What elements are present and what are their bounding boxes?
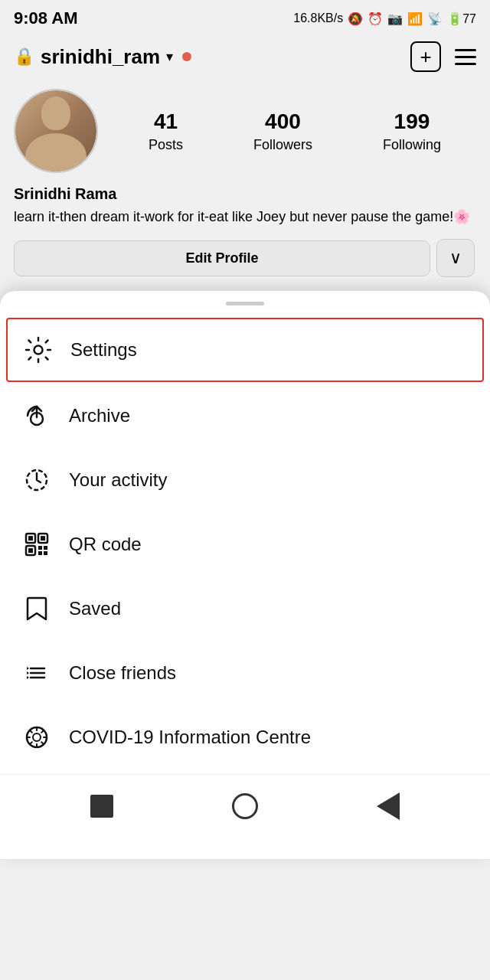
wifi-icon: 📡: [427, 11, 443, 26]
plus-icon: +: [420, 45, 431, 69]
sheet-handle-area: [0, 291, 490, 312]
svg-point-20: [33, 733, 41, 741]
square-icon: [90, 795, 113, 818]
menu-line-3: [455, 63, 476, 65]
covid-icon: [21, 722, 52, 753]
menu-list: Settings Archive: [0, 312, 490, 774]
display-name: Srinidhi Rama: [14, 185, 476, 203]
svg-marker-16: [27, 667, 29, 670]
saved-label: Saved: [69, 598, 121, 619]
menu-line-1: [455, 49, 476, 51]
followers-label: Followers: [253, 137, 312, 153]
following-stat[interactable]: 199 Following: [383, 109, 441, 153]
menu-item-settings[interactable]: Settings: [6, 318, 484, 382]
menu-item-activity[interactable]: Your activity: [0, 448, 490, 512]
network-speed: 16.8KB/s: [293, 11, 343, 25]
svg-rect-9: [38, 546, 42, 550]
profile-section: 41 Posts 400 Followers 199 Following Sri…: [0, 80, 490, 291]
saved-icon: [21, 593, 52, 624]
status-icons: 16.8KB/s 🔕 ⏰ 📷 📶 📡 🔋77: [293, 11, 476, 26]
nav-back-button[interactable]: [83, 787, 121, 825]
qr-icon: [21, 529, 52, 560]
bio: learn it-then dream it-work for it-eat l…: [14, 207, 476, 227]
svg-rect-10: [44, 546, 47, 550]
menu-item-saved[interactable]: Saved: [0, 577, 490, 641]
activity-icon: [21, 465, 52, 495]
menu-item-archive[interactable]: Archive: [0, 384, 490, 448]
qr-label: QR code: [69, 534, 142, 555]
svg-rect-11: [38, 551, 42, 555]
followers-count: 400: [265, 109, 301, 134]
svg-rect-12: [44, 551, 47, 555]
svg-marker-18: [27, 676, 29, 679]
settings-icon: [23, 335, 54, 365]
posts-count: 41: [154, 109, 178, 134]
chevron-down-icon[interactable]: ▾: [166, 48, 173, 65]
covid-label: COVID-19 Information Centre: [69, 727, 311, 748]
battery-icon: 🔋77: [447, 11, 476, 26]
circle-icon: [232, 793, 258, 819]
online-dot: [182, 52, 191, 61]
header-actions: +: [410, 41, 476, 72]
following-label: Following: [383, 137, 441, 153]
lock-icon: 🔒: [14, 47, 34, 67]
nav-home-button[interactable]: [226, 787, 264, 825]
nav-recent-button[interactable]: [369, 787, 407, 825]
bottom-sheet: Settings Archive: [0, 291, 490, 859]
hamburger-menu-button[interactable]: [455, 49, 476, 65]
menu-item-qr[interactable]: QR code: [0, 512, 490, 577]
sheet-handle: [226, 302, 264, 305]
archive-icon: [21, 400, 52, 431]
avatar-image: [15, 90, 96, 172]
chevron-down-icon: ∨: [449, 248, 462, 268]
menu-item-close-friends[interactable]: Close friends: [0, 641, 490, 705]
nav-bar: [0, 774, 490, 844]
followers-stat[interactable]: 400 Followers: [253, 109, 312, 153]
posts-stat[interactable]: 41 Posts: [149, 109, 183, 153]
username-label: srinidhi_ram: [41, 45, 160, 69]
following-count: 199: [394, 109, 430, 134]
photo-icon: 📷: [387, 11, 403, 26]
svg-rect-8: [28, 548, 33, 553]
posts-label: Posts: [149, 137, 183, 153]
username-area: 🔒 srinidhi_ram ▾: [14, 45, 410, 69]
signal-icon: 📶: [407, 11, 423, 26]
svg-marker-17: [27, 671, 29, 675]
add-content-button[interactable]: +: [410, 41, 441, 72]
triangle-icon: [377, 792, 400, 820]
status-bar: 9:08 AM 16.8KB/s 🔕 ⏰ 📷 📶 📡 🔋77: [0, 0, 490, 34]
svg-point-0: [34, 346, 43, 354]
menu-line-2: [455, 56, 476, 58]
mute-icon: 🔕: [348, 11, 363, 26]
profile-stats: 41 Posts 400 Followers 199 Following: [113, 109, 476, 153]
close-friends-label: Close friends: [69, 662, 176, 684]
profile-actions: Edit Profile ∨: [14, 239, 476, 277]
menu-item-covid[interactable]: COVID-19 Information Centre: [0, 705, 490, 769]
svg-rect-4: [28, 536, 33, 541]
edit-profile-button[interactable]: Edit Profile: [14, 240, 430, 276]
avatar[interactable]: [14, 89, 98, 173]
status-time: 9:08 AM: [14, 8, 78, 28]
svg-rect-6: [41, 536, 45, 541]
settings-label: Settings: [70, 339, 137, 361]
activity-label: Your activity: [69, 469, 168, 491]
profile-top: 41 Posts 400 Followers 199 Following: [14, 89, 476, 173]
close-friends-icon: [21, 658, 52, 688]
app-header: 🔒 srinidhi_ram ▾ +: [0, 34, 490, 80]
alarm-icon: ⏰: [368, 11, 383, 26]
profile-dropdown-button[interactable]: ∨: [436, 239, 475, 277]
archive-label: Archive: [69, 405, 130, 426]
